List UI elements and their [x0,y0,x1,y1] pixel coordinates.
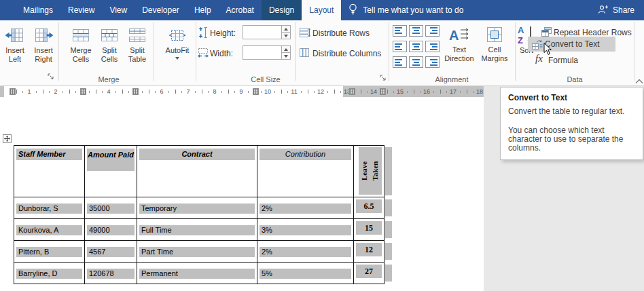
width-spin-down[interactable] [281,52,291,60]
tell-me-box[interactable]: Tell me what you want to do [348,0,463,20]
ruler-number: 8 [213,88,216,95]
cell-margins-button[interactable]: Cell Margins [478,23,512,63]
ruler-tick [234,91,235,93]
tab-view[interactable]: View [102,0,135,20]
table-column-width-icon [197,47,209,61]
table-cell[interactable]: 2% [257,241,353,262]
ruler-column-marker[interactable] [380,88,386,95]
table-cell[interactable]: 2% [257,197,353,218]
distribute-columns-button[interactable]: Distribute Columns [312,49,381,59]
ruler-column-marker[interactable] [132,88,139,95]
align-bottom-center-button[interactable] [409,56,423,68]
table-cell[interactable]: 35000 [85,197,137,218]
table-cell[interactable]: 15 [354,219,384,240]
align-center-button[interactable] [409,41,423,52]
table-row-height-icon [198,26,209,41]
align-top-right-button[interactable] [425,25,440,37]
insert-left-button[interactable]: Insert Left [1,24,29,64]
header-cell-leave-taken[interactable]: Leave Taken [354,146,384,197]
ruler-tick [387,90,388,94]
split-cells-icon [99,24,120,46]
share-person-icon [598,5,609,16]
share-label: Share [613,5,634,15]
height-input[interactable] [243,25,282,39]
ruler-number: 1 [27,88,31,95]
ruler-number: 16 [423,88,430,95]
split-table-button[interactable]: Split Table [123,24,151,64]
tab-developer[interactable]: Developer [135,0,187,20]
tab-review[interactable]: Review [60,0,102,20]
table-cell[interactable]: Full Time [137,219,257,240]
table-cell[interactable]: 3% [257,219,353,240]
svg-text:Z: Z [518,35,523,45]
text-direction-button[interactable]: A Text Direction [441,23,478,63]
table-cell[interactable]: Dunborar, S [14,197,84,218]
formula-button[interactable]: Formula [548,56,578,66]
ruler-column-marker[interactable] [80,88,86,95]
table-cell[interactable]: Temporary [137,197,257,218]
height-spinner[interactable] [281,25,291,39]
ruler-column-marker[interactable] [349,88,355,95]
ruler-column-marker[interactable] [10,88,16,95]
align-center-right-button[interactable] [425,41,440,52]
rows-columns-dialog-launcher[interactable] [48,71,55,83]
table-cell[interactable]: Permanent [137,263,257,284]
tab-mailings[interactable]: Mailings [16,0,60,20]
convert-to-text-tooltip: Convert to Text Convert the table to reg… [500,87,643,160]
table-cell[interactable]: 5% [257,263,353,284]
distribute-rows-button[interactable]: Distribute Rows [312,28,370,39]
table-cell[interactable]: Pittern, B [14,241,84,262]
tab-design[interactable]: Design [262,0,302,20]
insert-right-button[interactable]: Insert Right [29,24,58,64]
cell-size-dialog-launcher[interactable] [380,73,387,85]
header-cell-contribution[interactable]: Contribution [257,146,353,197]
ruler-number: 14 [370,88,377,95]
width-input[interactable] [243,45,282,60]
align-top-center-button[interactable] [409,25,423,37]
ruler-tick [181,91,182,93]
end-of-row-mark [385,147,392,195]
tab-help[interactable]: Help [187,0,219,20]
ruler-number: 7 [186,88,190,95]
staff-name: Kourkova, A [16,225,82,235]
height-spin-down[interactable] [281,32,291,39]
table-cell[interactable]: 27 [354,263,384,284]
ruler-tick [467,90,467,94]
merge-cells-button[interactable]: Merge Cells [66,24,96,64]
tab-acrobat[interactable]: Acrobat [219,0,262,20]
table-cell[interactable]: 4567 [85,241,137,262]
ruler-tick [69,90,70,94]
autofit-button[interactable]: AutoFit [162,24,193,60]
tab-layout[interactable]: Layout [302,0,341,20]
distribute-rows-icon [299,27,310,41]
align-bottom-right-button[interactable] [425,56,440,68]
width-spinner[interactable] [281,45,291,60]
align-top-left-button[interactable] [393,25,407,37]
ruler-tick [440,90,441,94]
split-cells-button[interactable]: Split Cells [96,24,123,64]
ruler-column-marker[interactable] [253,88,259,95]
header-cell-contract[interactable]: Contract [137,146,257,197]
align-bottom-left-button[interactable] [393,56,407,68]
table-cell[interactable]: Part Time [137,241,257,262]
header-cell-amount-paid[interactable]: Amount Paid [85,146,137,197]
ruler-tick [149,90,149,94]
share-button[interactable]: Share [598,0,634,20]
table-cell[interactable]: Barryline, D [14,263,84,284]
table-cell[interactable]: 12 [354,241,384,262]
amount-paid: 120678 [87,269,135,279]
table-cell[interactable]: 49000 [85,219,137,240]
align-center-left-button[interactable] [393,41,407,52]
convert-to-text-button[interactable]: Convert to Text [545,39,599,50]
table-move-handle[interactable] [3,134,12,143]
header-cell-staff-member[interactable]: Staff Member [14,146,84,197]
table-cell[interactable]: Kourkova, A [14,219,84,240]
table-cell[interactable]: 120678 [85,263,137,284]
ruler-tick [308,90,308,94]
header-contract-label: Contract [139,149,255,160]
ruler-tick [414,90,414,94]
collapse-ribbon-button[interactable] [635,75,643,87]
table-cell[interactable]: 6.5 [354,197,384,218]
ruler-tick [175,90,176,94]
contract-type: Permanent [139,269,255,279]
